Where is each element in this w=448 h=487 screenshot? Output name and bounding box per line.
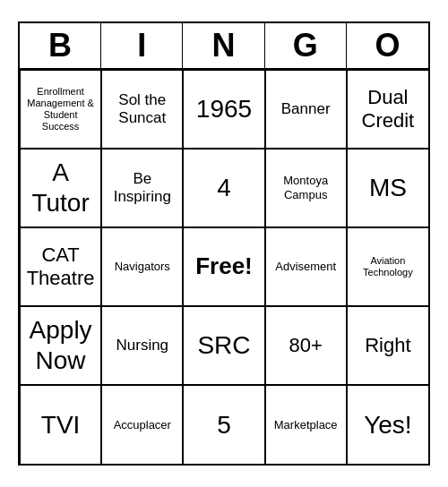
bingo-cell-r3-c4: Right bbox=[347, 306, 428, 385]
cell-text: Be Inspiring bbox=[106, 170, 178, 207]
cell-text: CAT Theatre bbox=[24, 244, 97, 291]
cell-text: Nursing bbox=[116, 337, 168, 355]
bingo-card: BINGO Enrollment Management & Student Su… bbox=[18, 21, 430, 466]
bingo-grid: Enrollment Management & Student SuccessS… bbox=[20, 70, 428, 464]
bingo-cell-r1-c2: 4 bbox=[183, 149, 264, 227]
bingo-cell-r1-c1: Be Inspiring bbox=[101, 149, 183, 227]
cell-text: Free! bbox=[195, 252, 253, 280]
header-letter: N bbox=[183, 23, 264, 68]
cell-text: Navigators bbox=[115, 260, 170, 274]
cell-text: A Tutor bbox=[24, 158, 97, 218]
bingo-cell-r2-c0: CAT Theatre bbox=[20, 227, 101, 306]
bingo-cell-r2-c3: Advisement bbox=[265, 227, 347, 306]
cell-text: SRC bbox=[197, 330, 250, 361]
cell-text: Yes! bbox=[364, 410, 411, 440]
bingo-header: BINGO bbox=[20, 23, 428, 70]
cell-text: Aviation Technology bbox=[351, 255, 425, 278]
bingo-cell-r3-c0: Apply Now bbox=[20, 306, 101, 385]
header-letter: O bbox=[347, 23, 428, 68]
header-letter: I bbox=[101, 23, 183, 68]
cell-text: Accuplacer bbox=[114, 418, 171, 432]
bingo-cell-r0-c2: 1965 bbox=[183, 70, 264, 149]
cell-text: Enrollment Management & Student Success bbox=[24, 86, 97, 133]
bingo-cell-r1-c4: MS bbox=[347, 149, 428, 227]
cell-text: 4 bbox=[217, 173, 231, 203]
header-letter: B bbox=[20, 23, 101, 68]
bingo-cell-r4-c3: Marketplace bbox=[265, 385, 347, 464]
bingo-cell-r3-c3: 80+ bbox=[265, 306, 347, 385]
bingo-cell-r4-c2: 5 bbox=[183, 385, 264, 464]
bingo-cell-r3-c2: SRC bbox=[183, 306, 264, 385]
cell-text: Banner bbox=[281, 100, 331, 118]
bingo-cell-r0-c1: Sol the Suncat bbox=[101, 70, 183, 149]
header-letter: G bbox=[265, 23, 347, 68]
cell-text: Marketplace bbox=[274, 418, 338, 432]
cell-text: 80+ bbox=[289, 334, 323, 357]
bingo-cell-r3-c1: Nursing bbox=[101, 306, 183, 385]
cell-text: TVI bbox=[41, 410, 81, 440]
cell-text: 1965 bbox=[196, 94, 252, 124]
cell-text: MS bbox=[369, 173, 407, 203]
cell-text: Dual Credit bbox=[351, 86, 425, 133]
bingo-cell-r1-c3: Montoya Campus bbox=[265, 149, 347, 227]
bingo-cell-r2-c2: Free! bbox=[183, 227, 264, 306]
bingo-cell-r4-c1: Accuplacer bbox=[101, 385, 183, 464]
bingo-cell-r1-c0: A Tutor bbox=[20, 149, 101, 227]
cell-text: Advisement bbox=[275, 260, 336, 274]
bingo-cell-r0-c3: Banner bbox=[265, 70, 347, 149]
bingo-cell-r0-c0: Enrollment Management & Student Success bbox=[20, 70, 101, 149]
cell-text: 5 bbox=[217, 410, 231, 440]
bingo-cell-r2-c4: Aviation Technology bbox=[347, 227, 428, 306]
bingo-cell-r4-c0: TVI bbox=[20, 385, 101, 464]
bingo-cell-r2-c1: Navigators bbox=[101, 227, 183, 306]
bingo-cell-r0-c4: Dual Credit bbox=[347, 70, 428, 149]
cell-text: Montoya Campus bbox=[270, 174, 342, 201]
cell-text: Apply Now bbox=[24, 315, 97, 375]
bingo-cell-r4-c4: Yes! bbox=[347, 385, 428, 464]
cell-text: Right bbox=[365, 334, 410, 357]
cell-text: Sol the Suncat bbox=[106, 91, 178, 128]
